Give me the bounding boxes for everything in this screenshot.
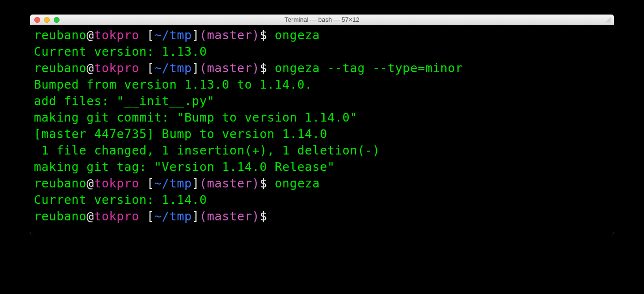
terminal-output: [master 447e735] Bump to version 1.14.0 (34, 126, 610, 142)
traffic-lights (30, 17, 60, 23)
terminal-line: reubano@tokpro [~/tmp](master)$ ongeza -… (34, 60, 610, 77)
resize-icon[interactable] (605, 16, 612, 23)
terminal-output: making git tag: "Version 1.14.0 Release" (34, 159, 610, 175)
prompt-symbol: $ (260, 176, 275, 190)
prompt-at: @ (87, 28, 94, 42)
prompt-path: ~/tmp (154, 209, 192, 223)
window-titlebar[interactable]: Terminal — bash — 57×12 (30, 15, 614, 25)
terminal-line: reubano@tokpro [~/tmp](master)$ (34, 208, 610, 225)
prompt-path: ~/tmp (154, 28, 192, 42)
prompt-at: @ (87, 176, 94, 190)
prompt-user: reubano (34, 209, 87, 223)
terminal-output: add files: "__init__.py" (34, 93, 610, 109)
prompt-branch: master (207, 176, 252, 190)
prompt-user: reubano (34, 176, 87, 190)
close-button[interactable] (34, 17, 40, 23)
prompt-host: tokpro (94, 176, 139, 190)
prompt-path: ~/tmp (154, 61, 192, 75)
terminal-content[interactable]: reubano@tokpro [~/tmp](master)$ ongeza C… (30, 25, 614, 234)
prompt-user: reubano (34, 28, 87, 42)
command-text: ongeza (275, 28, 320, 42)
prompt-host: tokpro (94, 61, 139, 75)
maximize-button[interactable] (54, 17, 60, 23)
command-text: ongeza --tag --type=minor (275, 61, 463, 75)
terminal-line: reubano@tokpro [~/tmp](master)$ ongeza (34, 27, 610, 44)
window-title: Terminal — bash — 57×12 (30, 16, 614, 23)
terminal-output: Current version: 1.14.0 (34, 192, 610, 208)
prompt-symbol: $ (260, 61, 275, 75)
prompt-at: @ (87, 209, 94, 223)
prompt-branch: master (207, 28, 252, 42)
terminal-output: Bumped from version 1.13.0 to 1.14.0. (34, 77, 610, 93)
prompt-symbol: $ (260, 209, 275, 223)
terminal-window: Terminal — bash — 57×12 reubano@tokpro [… (30, 15, 614, 234)
prompt-at: @ (87, 61, 94, 75)
prompt-symbol: $ (260, 28, 275, 42)
terminal-output: Current version: 1.13.0 (34, 44, 610, 60)
terminal-output: making git commit: "Bump to version 1.14… (34, 109, 610, 126)
prompt-user: reubano (34, 61, 87, 75)
terminal-line: reubano@tokpro [~/tmp](master)$ ongeza (34, 175, 610, 192)
prompt-host: tokpro (94, 209, 139, 223)
minimize-button[interactable] (44, 17, 50, 23)
prompt-branch: master (207, 209, 252, 223)
prompt-path: ~/tmp (154, 176, 192, 190)
prompt-host: tokpro (94, 28, 139, 42)
command-text: ongeza (275, 176, 320, 190)
prompt-branch: master (207, 61, 252, 75)
terminal-output: 1 file changed, 1 insertion(+), 1 deleti… (34, 142, 610, 159)
